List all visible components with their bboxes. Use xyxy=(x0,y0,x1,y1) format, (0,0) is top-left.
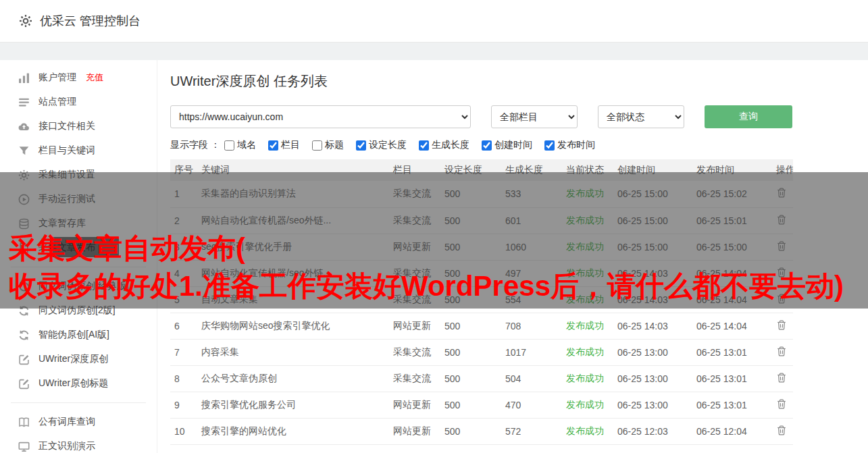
delete-button[interactable] xyxy=(776,293,787,304)
delete-button[interactable] xyxy=(776,214,787,225)
sidebar-item-6[interactable]: 手动运行测试 xyxy=(0,187,157,211)
delete-button[interactable] xyxy=(776,267,787,278)
field-checkbox[interactable]: 发布时间 xyxy=(544,139,595,151)
sync-icon xyxy=(18,281,30,292)
book-icon xyxy=(18,417,30,428)
sidebar-item-label: 公有词库查询 xyxy=(39,416,95,428)
sidebar-item-10[interactable]: 同义词伪原创[2版] xyxy=(0,298,157,323)
td-created: 06-25 14:03 xyxy=(613,260,692,286)
sidebar-item-11[interactable]: 智能伪原创[AI版] xyxy=(0,323,157,347)
sidebar-item-8[interactable]: 采集文章发布 xyxy=(0,236,157,260)
field-checkbox-input[interactable] xyxy=(356,140,366,151)
edit-icon xyxy=(18,354,30,365)
field-checkbox[interactable]: 标题 xyxy=(312,139,344,151)
delete-button[interactable] xyxy=(776,372,787,383)
td-published: 06-25 15:01 xyxy=(692,207,772,234)
sidebar-item-13[interactable]: UWriter原创标题 xyxy=(0,371,157,396)
field-checkbox-input[interactable] xyxy=(268,140,278,151)
site-select[interactable]: https://www.ucaiyun.com xyxy=(170,105,471,128)
sidebar-item-4[interactable]: 栏目与关键词 xyxy=(0,138,157,163)
sidebar-item-3[interactable]: 接口文件相关 xyxy=(0,114,157,138)
trash-icon xyxy=(776,346,787,357)
filter-icon xyxy=(18,145,30,157)
td-keyword: 内容采集 xyxy=(197,339,389,365)
fields-label: 显示字段 ： xyxy=(170,139,220,151)
query-button[interactable]: 查询 xyxy=(705,105,792,128)
td-actions xyxy=(772,392,793,418)
td-created: 06-25 12:03 xyxy=(613,418,692,444)
field-checkbox-label: 域名 xyxy=(237,139,256,151)
td-gen-length: 533 xyxy=(501,181,562,207)
td-actions xyxy=(772,339,793,365)
delete-button[interactable] xyxy=(776,346,787,357)
delete-button[interactable] xyxy=(776,319,787,331)
td-index: 1 xyxy=(170,181,197,207)
sidebar-item-14[interactable]: 公有词库查询 xyxy=(0,410,157,434)
table-row: 9搜索引擎优化服务公司网站更新500470发布成功06-25 13:0006-2… xyxy=(170,392,793,418)
sidebar-item-2[interactable]: 站点管理 xyxy=(0,90,157,114)
field-checkbox[interactable]: 栏目 xyxy=(268,139,300,151)
td-created: 06-25 13:00 xyxy=(613,339,692,365)
delete-button[interactable] xyxy=(776,240,787,252)
td-published: 06-25 14:04 xyxy=(692,313,772,339)
td-created: 06-25 13:00 xyxy=(613,392,692,418)
td-set-length: 500 xyxy=(440,418,501,444)
field-checkbox[interactable]: 域名 xyxy=(224,139,256,151)
table-header-cell: 序号 xyxy=(170,159,197,181)
td-index: 5 xyxy=(170,286,197,313)
topbar: 优采云 管理控制台 xyxy=(0,0,868,43)
td-column: 网站更新 xyxy=(389,234,440,260)
field-checkbox[interactable]: 创建时间 xyxy=(482,139,532,151)
trash-icon xyxy=(776,214,787,225)
sidebar-item-15[interactable]: 正文识别演示 xyxy=(0,434,157,453)
sidebar-item-5[interactable]: 采集细节设置 xyxy=(0,163,157,187)
td-keyword: 搜索引擎的网站优化 xyxy=(197,418,389,444)
main-content: UWriter深度原创 任务列表 https://www.ucaiyun.com… xyxy=(157,60,868,453)
sidebar-item-1[interactable]: 账户管理充值 xyxy=(0,65,157,90)
layout: 账户管理充值站点管理接口文件相关栏目与关键词采集细节设置手动运行测试文章暂存库采… xyxy=(0,60,868,453)
gear-icon xyxy=(19,14,32,28)
table-row: 1采集器的自动识别算法采集交流500533发布成功06-25 15:0006-2… xyxy=(170,181,793,207)
td-keyword: 自动文章采集 xyxy=(197,286,389,313)
table-row: 2网站自动化宣传机器/seo外链...采集交流500601发布成功06-25 1… xyxy=(170,207,793,234)
td-actions xyxy=(772,260,793,286)
field-checkboxes: 域名栏目标题设定长度生成长度创建时间发布时间 xyxy=(224,139,595,151)
field-checkbox-input[interactable] xyxy=(224,140,234,151)
sidebar-item-label: 同义词伪原创[经典版] xyxy=(39,280,129,292)
sync-icon xyxy=(18,329,30,341)
td-gen-length: 1017 xyxy=(501,339,562,365)
delete-button[interactable] xyxy=(776,398,787,410)
field-checkbox[interactable]: 设定长度 xyxy=(356,139,407,151)
field-checkbox-input[interactable] xyxy=(482,140,492,151)
field-checkbox[interactable]: 生成长度 xyxy=(419,139,469,151)
table-header-cell: 操作 xyxy=(772,159,793,181)
table-row: 4网站自动化宣传机器/seo外链...采集交流500497发布成功06-25 1… xyxy=(170,260,793,286)
sidebar-item-7[interactable]: 文章暂存库 xyxy=(0,211,157,236)
sidebar-item-9[interactable]: 同义词伪原创[经典版] xyxy=(0,274,157,298)
status-select[interactable]: 全部状态 xyxy=(598,105,684,128)
gear-icon xyxy=(18,169,30,181)
sidebar-divider xyxy=(11,267,146,267)
database-icon xyxy=(18,218,30,230)
td-column: 采集交流 xyxy=(389,365,440,392)
sidebar-item-12[interactable]: UWriter深度原创 xyxy=(0,347,157,371)
table-header-row: 序号关键词栏目设定长度生成长度当前状态创建时间发布时间操作 xyxy=(170,159,793,181)
recharge-badge[interactable]: 充值 xyxy=(86,72,103,84)
field-checkbox-input[interactable] xyxy=(312,140,322,151)
sidebar-item-label: UWriter深度原创 xyxy=(39,353,108,365)
app-title: 优采云 管理控制台 xyxy=(40,13,141,29)
column-select[interactable]: 全部栏目 xyxy=(491,105,578,128)
delete-button[interactable] xyxy=(776,425,787,436)
file-icon xyxy=(18,242,30,254)
trash-icon xyxy=(776,319,787,331)
td-gen-length: 504 xyxy=(501,365,562,392)
field-checkbox-input[interactable] xyxy=(544,140,555,151)
delete-button[interactable] xyxy=(776,187,787,198)
td-published: 06-25 14:04 xyxy=(692,260,772,286)
field-checkbox-input[interactable] xyxy=(419,140,429,151)
edit-icon xyxy=(18,378,30,390)
trash-icon xyxy=(776,372,787,383)
td-actions xyxy=(772,365,793,392)
trash-icon xyxy=(776,267,787,278)
td-published: 06-25 14:04 xyxy=(692,286,772,313)
